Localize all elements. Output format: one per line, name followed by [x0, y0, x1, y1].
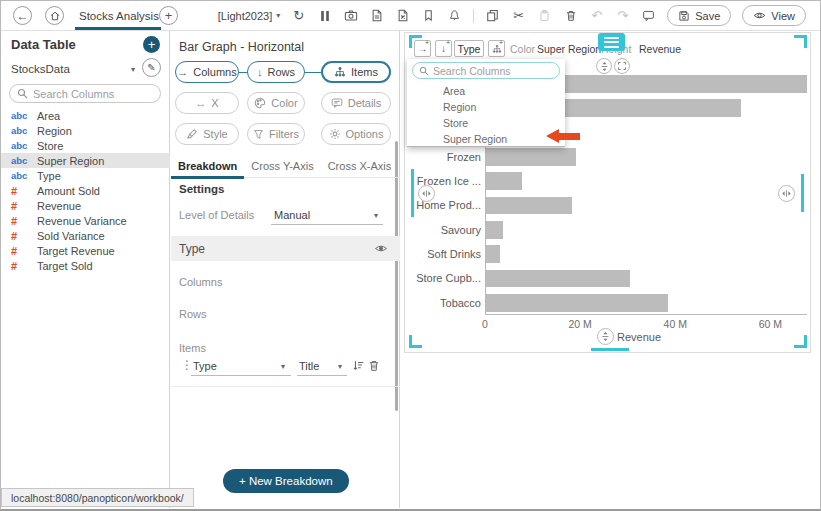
- delete-icon[interactable]: [368, 359, 380, 372]
- redo-icon[interactable]: ↷: [615, 8, 630, 23]
- dropdown-search-input[interactable]: [433, 65, 543, 77]
- options-button[interactable]: Options: [321, 123, 391, 145]
- bar-frozen[interactable]: [486, 148, 576, 166]
- item-title-select[interactable]: Title: [299, 360, 319, 372]
- bar-savoury[interactable]: [486, 221, 503, 239]
- right-resize-bar[interactable]: [801, 174, 804, 212]
- sort-icon[interactable]: [352, 359, 365, 372]
- save-button[interactable]: Save: [667, 5, 731, 26]
- field-row-region[interactable]: abcRegion: [1, 123, 170, 138]
- comment-icon[interactable]: [641, 9, 656, 22]
- bar-frozen-ice[interactable]: [486, 172, 522, 190]
- breakdown-chip[interactable]: Type: [454, 40, 484, 57]
- chevron-down-icon[interactable]: ▾: [281, 362, 285, 371]
- add-columns-breakdown-button[interactable]: → +: [414, 40, 431, 57]
- x-variable-button[interactable]: ↔ X: [175, 92, 239, 114]
- back-button[interactable]: ←: [13, 6, 32, 25]
- items-variable-button[interactable]: Items: [321, 61, 391, 83]
- breakdown-section-header[interactable]: Type: [171, 236, 400, 261]
- field-row-sold-variance[interactable]: #Sold Variance: [1, 228, 170, 243]
- bar-graph-visualization[interactable]: → + ↓ + Type + Color Super Region Height…: [404, 32, 811, 353]
- search-icon: [419, 66, 429, 76]
- field-row-target-sold[interactable]: #Target Sold: [1, 258, 170, 273]
- right-resize-handle[interactable]: [778, 185, 795, 202]
- pdf-export-icon[interactable]: [369, 9, 384, 22]
- field-row-super-region[interactable]: abcSuper Region: [1, 153, 170, 168]
- columns-shelf-label: Columns: [179, 276, 222, 288]
- edit-data-table-button[interactable]: ✎: [142, 58, 161, 77]
- field-label: Target Sold: [37, 260, 93, 272]
- chevron-down-icon[interactable]: ▾: [338, 362, 342, 371]
- field-label: Region: [37, 125, 72, 137]
- add-sheet-button[interactable]: +: [159, 6, 178, 25]
- tab-cross-y-axis[interactable]: Cross Y-Axis: [244, 156, 320, 177]
- bar-tobacco[interactable]: [486, 294, 668, 312]
- field-row-revenue[interactable]: #Revenue: [1, 198, 170, 213]
- height-variable-value[interactable]: Revenue: [639, 43, 681, 55]
- field-label: Revenue Variance: [37, 215, 127, 227]
- data-table-selector[interactable]: StocksData ▾: [11, 63, 161, 75]
- bottom-resize-bar[interactable]: [591, 348, 629, 351]
- add-data-table-button[interactable]: +: [143, 36, 160, 53]
- copy-icon[interactable]: [485, 9, 500, 22]
- refresh-icon[interactable]: ↻: [291, 8, 306, 23]
- home-button[interactable]: [45, 6, 64, 25]
- field-row-revenue-variance[interactable]: #Revenue Variance: [1, 213, 170, 228]
- menu-handle-icon[interactable]: [598, 33, 625, 51]
- visibility-icon[interactable]: [374, 243, 388, 254]
- add-items-breakdown-button[interactable]: +: [488, 40, 505, 57]
- field-row-area[interactable]: abcArea: [1, 108, 170, 123]
- chevron-down-icon: ▾: [276, 11, 280, 20]
- rows-variable-button[interactable]: ↓ Rows: [247, 61, 305, 83]
- undo-icon[interactable]: ↶: [589, 8, 604, 23]
- bar-label-home-prod: Home Prod...: [405, 199, 481, 211]
- x-axis-title[interactable]: Revenue: [617, 331, 661, 343]
- fit-button[interactable]: [596, 58, 612, 74]
- color-variable-button[interactable]: Color: [247, 92, 305, 114]
- chevron-down-icon[interactable]: ▾: [374, 211, 378, 220]
- left-resize-handle[interactable]: [418, 185, 435, 202]
- axis-sort-button[interactable]: [597, 328, 614, 345]
- add-rows-breakdown-button[interactable]: ↓ +: [435, 40, 452, 57]
- field-row-amount-sold[interactable]: #Amount Sold: [1, 183, 170, 198]
- level-of-details-select[interactable]: Manual: [274, 209, 310, 221]
- theme-selector[interactable]: [Light2023] ▾: [218, 10, 280, 22]
- bar-store-cupb[interactable]: [486, 270, 630, 288]
- field-row-type[interactable]: abcType: [1, 168, 170, 183]
- item-field-select[interactable]: Type: [193, 360, 217, 372]
- sidebar-search[interactable]: [9, 84, 161, 103]
- workbook-tab[interactable]: Stocks Analysis: [79, 10, 159, 22]
- new-breakdown-button[interactable]: + New Breakdown: [223, 469, 349, 493]
- bookmark-icon[interactable]: [421, 9, 436, 22]
- field-row-target-revenue[interactable]: #Target Revenue: [1, 243, 170, 258]
- dropdown-search[interactable]: [412, 62, 560, 79]
- details-variable-button[interactable]: Details: [321, 92, 391, 114]
- bar-label-tobacco: Tobacco: [405, 297, 481, 309]
- excel-export-icon[interactable]: [395, 9, 410, 22]
- style-button[interactable]: Style: [175, 123, 239, 145]
- columns-variable-button[interactable]: → Columns: [175, 61, 239, 83]
- delete-icon[interactable]: [563, 9, 578, 22]
- dropdown-option-area[interactable]: Area: [407, 83, 565, 99]
- notifications-icon[interactable]: [447, 9, 462, 22]
- tab-cross-x-axis[interactable]: Cross X-Axis: [321, 156, 399, 177]
- tab-breakdown[interactable]: Breakdown: [171, 156, 244, 177]
- field-row-store[interactable]: abcStore: [1, 138, 170, 153]
- bar-home-prod[interactable]: [486, 197, 572, 215]
- dropdown-option-store[interactable]: Store: [407, 115, 565, 131]
- hierarchy-icon: [334, 66, 346, 78]
- drag-handle-icon[interactable]: ⋮: [181, 358, 193, 372]
- fullscreen-button[interactable]: [614, 58, 630, 74]
- dropdown-option-super-region[interactable]: Super Region: [407, 131, 565, 147]
- search-columns-input[interactable]: [33, 88, 143, 100]
- view-button[interactable]: View: [742, 5, 806, 26]
- paste-icon[interactable]: [537, 9, 552, 22]
- button-connector: [239, 72, 247, 73]
- cut-icon[interactable]: ✂: [511, 8, 526, 23]
- filters-button[interactable]: Filters: [247, 123, 305, 145]
- color-variable-value[interactable]: Super Region: [537, 43, 601, 55]
- snapshot-icon[interactable]: [343, 9, 358, 22]
- pause-icon[interactable]: [317, 10, 332, 22]
- dropdown-option-region[interactable]: Region: [407, 99, 565, 115]
- bar-soft-drinks[interactable]: [486, 245, 500, 263]
